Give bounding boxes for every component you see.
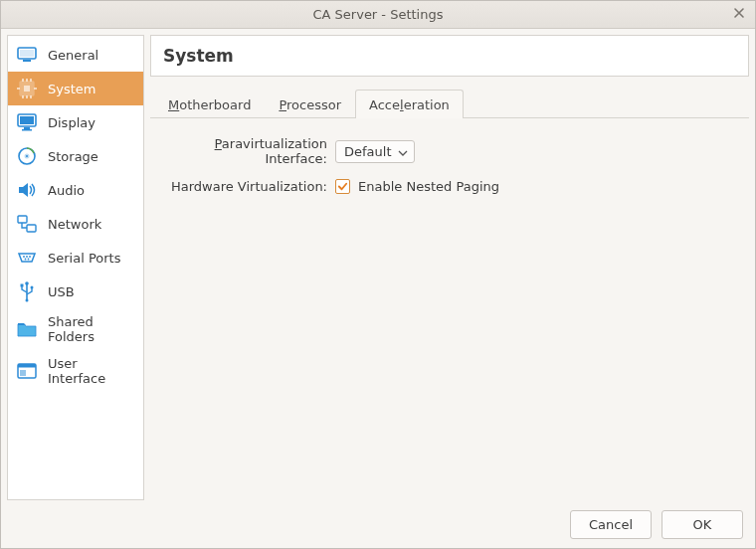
sidebar-item-network[interactable]: Network — [8, 207, 143, 241]
tab-processor[interactable]: Processor — [265, 90, 355, 118]
svg-point-25 — [25, 259, 27, 261]
svg-point-24 — [29, 256, 31, 258]
close-icon — [733, 7, 745, 22]
svg-point-26 — [28, 259, 30, 261]
speaker-icon — [16, 179, 38, 201]
serial-port-icon — [16, 247, 38, 269]
dialog-footer: Cancel OK — [1, 500, 755, 548]
nested-paging-checkbox[interactable] — [335, 179, 350, 194]
sidebar-item-label: Audio — [48, 183, 85, 198]
sidebar-item-serial-ports[interactable]: Serial Ports — [8, 241, 143, 274]
sidebar-item-label: Shared Folders — [48, 314, 135, 344]
svg-rect-2 — [23, 60, 31, 62]
hw-virt-label: Hardware Virtualization: — [158, 179, 327, 194]
sidebar-item-user-interface[interactable]: User Interface — [8, 350, 143, 392]
sidebar-item-usb[interactable]: USB — [8, 274, 143, 308]
section-header: System — [150, 35, 749, 77]
svg-point-19 — [26, 155, 28, 157]
tab-bar: Motherboard Processor Acceleration — [150, 87, 749, 118]
svg-rect-15 — [24, 127, 30, 129]
folder-icon — [16, 318, 38, 340]
svg-rect-14 — [20, 116, 34, 124]
tab-acceleration[interactable]: Acceleration — [355, 90, 464, 118]
svg-rect-28 — [21, 284, 24, 287]
svg-rect-1 — [20, 50, 34, 57]
display-icon — [16, 111, 38, 133]
sidebar-item-system[interactable]: System — [8, 72, 143, 105]
settings-window: CA Server - Settings General System — [0, 0, 756, 549]
sidebar-item-label: USB — [48, 284, 75, 299]
svg-point-30 — [26, 299, 29, 302]
sidebar-item-audio[interactable]: Audio — [8, 173, 143, 207]
nested-paging-label: Enable Nested Paging — [358, 179, 499, 194]
sidebar-item-label: User Interface — [48, 356, 135, 386]
category-sidebar: General System Display Storage — [7, 35, 144, 500]
cancel-button[interactable]: Cancel — [570, 510, 652, 539]
svg-point-23 — [26, 256, 28, 258]
titlebar: CA Server - Settings — [1, 1, 755, 29]
sidebar-item-label: Serial Ports — [48, 251, 120, 266]
svg-point-29 — [31, 286, 34, 289]
section-title: System — [163, 46, 736, 66]
paravirt-select[interactable]: Default — [335, 140, 415, 163]
svg-rect-21 — [27, 225, 36, 232]
sidebar-item-label: General — [48, 48, 98, 63]
svg-point-22 — [23, 256, 25, 258]
window-layout-icon — [16, 360, 38, 382]
paravirt-label: Paravirtualization Interface: — [158, 136, 327, 166]
chevron-down-icon — [398, 146, 408, 156]
sidebar-item-display[interactable]: Display — [8, 105, 143, 139]
sidebar-item-label: Display — [48, 115, 95, 130]
svg-rect-20 — [18, 216, 27, 223]
main-panel: System Motherboard Processor Acceleratio… — [150, 35, 749, 500]
sidebar-item-storage[interactable]: Storage — [8, 139, 143, 173]
disk-icon — [16, 145, 38, 167]
sidebar-item-label: System — [48, 82, 95, 96]
window-title: CA Server - Settings — [312, 7, 443, 22]
network-icon — [16, 213, 38, 235]
chip-icon — [16, 78, 38, 99]
svg-rect-32 — [18, 364, 36, 368]
sidebar-item-label: Network — [48, 217, 101, 232]
monitor-icon — [16, 44, 38, 66]
window-close-button[interactable] — [731, 6, 747, 22]
usb-icon — [16, 280, 38, 302]
tab-content-acceleration: Paravirtualization Interface: Default Ha… — [150, 118, 749, 207]
svg-point-27 — [25, 281, 29, 285]
ok-button[interactable]: OK — [662, 510, 743, 539]
sidebar-item-shared-folders[interactable]: Shared Folders — [8, 308, 143, 350]
sidebar-item-general[interactable]: General — [8, 38, 143, 72]
svg-rect-33 — [20, 370, 26, 376]
sidebar-item-label: Storage — [48, 149, 98, 164]
svg-rect-4 — [24, 86, 30, 92]
svg-rect-16 — [22, 129, 32, 131]
tab-motherboard[interactable]: Motherboard — [154, 90, 265, 118]
paravirt-value: Default — [344, 144, 392, 159]
